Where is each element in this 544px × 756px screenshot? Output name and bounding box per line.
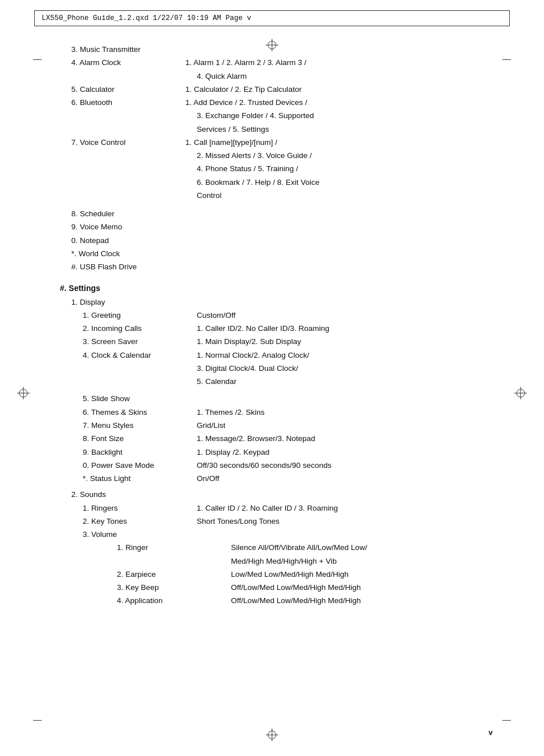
item-value: Services / 5. Settings (197, 123, 498, 136)
item-value: 2. Missed Alerts / 3. Voice Guide / (197, 149, 498, 162)
list-item-cont: Med/High Med/High/High + Vib (117, 555, 498, 568)
item-label: 3. Volume (83, 528, 197, 541)
item-label: *. Status Light (83, 472, 197, 485)
crop-mark-right-top (502, 59, 511, 60)
crosshair-top (266, 39, 278, 51)
header-bar: LX550_Phone Guide_1.2.qxd 1/22/07 10:19 … (34, 10, 510, 26)
item-label: 5. Calculator (71, 83, 185, 96)
item-value: Off/Low/Med Low/Med/High Med/High (231, 581, 498, 594)
crop-mark-left-top (33, 59, 42, 60)
item-value: Custom/Off (197, 309, 498, 322)
item-value: 1. Add Device / 2. Trusted Devices / (185, 96, 498, 109)
item-value: 1. Main Display/2. Sub Display (197, 335, 498, 348)
item-value: 1. Alarm 1 / 2. Alarm 2 / 3. Alarm 3 / (185, 56, 498, 69)
crop-mark-right-bot (502, 720, 511, 721)
item-value: 1. Normal Clock/2. Analog Clock/ (197, 349, 498, 362)
item-label: 5. Slide Show (83, 393, 197, 405)
list-item-cont: 5. Calendar (83, 375, 498, 388)
item-value: 1. Message/2. Browser/3. Notepad (197, 432, 498, 445)
item-label: 2. Key Tones (83, 515, 197, 528)
list-item: 8. Scheduler 9. Voice Memo 0. Notepad *.… (60, 208, 498, 273)
list-item-cont: 3. Digital Clock/4. Dual Clock/ (83, 362, 498, 375)
item-label: 2. Earpiece (117, 568, 231, 581)
item-value: 1. Caller ID / 2. No Caller ID / 3. Roam… (197, 502, 498, 515)
list-item-cont: 4. Phone Status / 5. Training / (60, 163, 498, 175)
item-value: 3. Digital Clock/4. Dual Clock/ (197, 362, 498, 375)
item-value: Med/High Med/High/High + Vib (231, 555, 498, 568)
item-value: 3. Exchange Folder / 4. Supported (197, 110, 498, 122)
crop-mark-left-bot (33, 720, 42, 721)
sounds-heading: 2. Sounds (71, 488, 106, 501)
sounds-heading-row: 2. Sounds (71, 488, 498, 501)
sounds-items: 1. Ringers 1. Caller ID / 2. No Caller I… (83, 502, 498, 608)
list-item: 1. Ringer Silence All/Off/Vibrate All/Lo… (117, 541, 498, 554)
item-value: Short Tones/Long Tones (197, 515, 498, 528)
list-item-cont: 4. Quick Alarm (60, 70, 498, 83)
item-value: Low/Med Low/Med/High Med/High (231, 568, 498, 581)
list-item-cont: 2. Missed Alerts / 3. Voice Guide / (60, 149, 498, 162)
list-item: 6. Themes & Skins 1. Themes /2. Skins (83, 406, 498, 419)
item-label: 4. Alarm Clock (71, 56, 185, 69)
list-item: 7. Voice Control 1. Call [name][type]/[n… (71, 136, 498, 149)
item-value: 1. Themes /2. Skins (197, 406, 498, 419)
item-value: 5. Calendar (197, 375, 498, 388)
list-item: *. Status Light On/Off (83, 472, 498, 485)
crosshair-bottom (266, 729, 278, 741)
main-content: 3. Music Transmitter 4. Alarm Clock 1. A… (60, 43, 498, 608)
item-label: 1. Ringers (83, 502, 197, 515)
item-value: 4. Phone Status / 5. Training / (197, 163, 498, 175)
list-item: 5. Calculator 1. Calculator / 2. Ez Tip … (71, 83, 498, 96)
list-item: #. USB Flash Drive (71, 261, 498, 273)
item-label: 8. Scheduler (71, 208, 115, 220)
list-item: 8. Scheduler (71, 208, 498, 220)
item-label: 6. Themes & Skins (83, 406, 197, 419)
display-heading: 1. Display (71, 296, 105, 309)
settings-heading: #. Settings (60, 282, 100, 295)
crosshair-left (17, 387, 30, 399)
list-item: 2. Earpiece Low/Med Low/Med/High Med/Hig… (117, 568, 498, 581)
list-item: 2. Incoming Calls 1. Caller ID/2. No Cal… (83, 322, 498, 335)
item-label: *. World Clock (71, 248, 120, 260)
item-value: 1. Call [name][type]/[num] / (185, 136, 498, 149)
item-label: #. USB Flash Drive (71, 261, 137, 273)
item-value: Off/30 seconds/60 seconds/90 seconds (197, 459, 498, 472)
item-label: 3. Key Beep (117, 581, 231, 594)
list-item: 1. Greeting Custom/Off (83, 309, 498, 322)
list-item: 3. Screen Saver 1. Main Display/2. Sub D… (83, 335, 498, 348)
item-value: Grid/List (197, 419, 498, 432)
item-label: 4. Application (117, 595, 231, 607)
page-wrapper: LX550_Phone Guide_1.2.qxd 1/22/07 10:19 … (0, 10, 544, 756)
list-item: 4. Alarm Clock 1. Alarm 1 / 2. Alarm 2 /… (71, 56, 498, 69)
list-item: 5. Slide Show (83, 393, 498, 405)
list-item: 8. Font Size 1. Message/2. Browser/3. No… (83, 432, 498, 445)
list-item: 7. Menu Styles Grid/List (83, 419, 498, 432)
list-item: 9. Backlight 1. Display /2. Keypad (83, 446, 498, 459)
list-item: 4. Clock & Calendar 1. Normal Clock/2. A… (83, 349, 498, 362)
list-item: 6. Bluetooth 1. Add Device / 2. Trusted … (71, 96, 498, 109)
list-item: 1. Ringers 1. Caller ID / 2. No Caller I… (83, 502, 498, 515)
item-value: Silence All/Off/Vibrate All/Low/Med Low/ (231, 541, 498, 554)
item-label: 9. Backlight (83, 446, 197, 459)
display-items: 1. Greeting Custom/Off 2. Incoming Calls… (83, 309, 498, 389)
item-label: 2. Incoming Calls (83, 322, 197, 335)
list-item-cont: 3. Exchange Folder / 4. Supported (60, 110, 498, 122)
item-label: 7. Menu Styles (83, 419, 197, 432)
item-label: 6. Bluetooth (71, 96, 185, 109)
item-label: 9. Voice Memo (71, 221, 122, 233)
list-item: 3. Volume (83, 528, 498, 541)
item-value: 4. Quick Alarm (197, 70, 498, 83)
item-value: 1. Caller ID/2. No Caller ID/3. Roaming (197, 322, 498, 335)
item-label: 0. Notepad (71, 235, 109, 247)
list-item-cont: Services / 5. Settings (60, 123, 498, 136)
item-value: Control (197, 189, 498, 202)
list-item: 2. Key Tones Short Tones/Long Tones (83, 515, 498, 528)
settings-heading-row: #. Settings (60, 282, 498, 295)
settings-section: #. Settings 1. Display 1. Greeting Custo… (60, 282, 498, 608)
display-heading-row: 1. Display (71, 296, 498, 309)
volume-items: 1. Ringer Silence All/Off/Vibrate All/Lo… (117, 541, 498, 607)
item-value: 6. Bookmark / 7. Help / 8. Exit Voice (197, 176, 498, 189)
header-text: LX550_Phone Guide_1.2.qxd 1/22/07 10:19 … (42, 14, 251, 22)
list-item: 0. Power Save Mode Off/30 seconds/60 sec… (83, 459, 498, 472)
item-label: 1. Greeting (83, 309, 197, 322)
item-label: 1. Ringer (117, 541, 231, 554)
